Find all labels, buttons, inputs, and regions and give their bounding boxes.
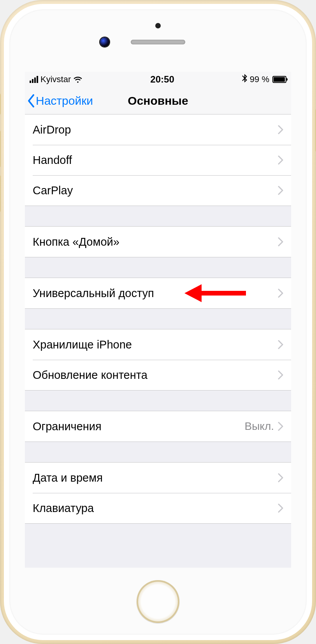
row-restrictions[interactable]: Ограничения Выкл. [25, 411, 291, 442]
row-label: Дата и время [33, 472, 278, 484]
group-spacer [25, 309, 291, 329]
group-home-button: Кнопка «Домой» [25, 226, 291, 257]
volume-down-button[interactable] [0, 175, 1, 212]
battery-icon [272, 76, 286, 83]
row-label: AirDrop [33, 123, 278, 136]
back-button[interactable]: Настройки [27, 87, 93, 114]
chevron-right-icon [278, 422, 283, 431]
group-storage: Хранилище iPhone Обновление контента [25, 329, 291, 391]
chevron-right-icon [278, 340, 283, 349]
group-datetime: Дата и время Клавиатура [25, 462, 291, 524]
row-home-button[interactable]: Кнопка «Домой» [25, 227, 291, 257]
carrier-label: Kyivstar [40, 74, 71, 84]
device-inner: Kyivstar 20:50 99 % [4, 4, 312, 640]
group-spacer [25, 206, 291, 226]
wifi-icon [73, 76, 83, 83]
row-label: Хранилище iPhone [33, 338, 278, 351]
row-background-refresh[interactable]: Обновление контента [25, 360, 291, 390]
row-label: Обновление контента [33, 369, 278, 382]
back-label: Настройки [36, 94, 93, 107]
chevron-right-icon [278, 503, 283, 513]
chevron-right-icon [278, 125, 283, 134]
row-keyboard[interactable]: Клавиатура [25, 493, 291, 523]
proximity-sensor [155, 23, 161, 28]
chevron-right-icon [278, 289, 283, 298]
chevron-left-icon [27, 94, 35, 107]
row-label: Кнопка «Домой» [33, 236, 278, 248]
status-right: 99 % [242, 74, 286, 85]
bluetooth-icon [242, 74, 248, 85]
clock: 20:50 [150, 74, 174, 85]
chevron-right-icon [278, 237, 283, 246]
home-button[interactable] [137, 580, 179, 623]
row-label: CarPlay [33, 184, 278, 197]
group-spacer [25, 391, 291, 411]
row-airdrop[interactable]: AirDrop [25, 114, 291, 145]
volume-up-button[interactable] [0, 130, 1, 167]
cellular-signal-icon [30, 76, 38, 83]
earpiece-speaker [131, 40, 185, 44]
group-restrictions: Ограничения Выкл. [25, 411, 291, 442]
row-handoff[interactable]: Handoff [25, 145, 291, 175]
chevron-right-icon [278, 370, 283, 380]
status-bar: Kyivstar 20:50 99 % [25, 72, 291, 87]
navigation-bar: Настройки Основные [25, 87, 291, 114]
group-accessibility: Универсальный доступ [25, 278, 291, 309]
device-bezel: Kyivstar 20:50 99 % [9, 9, 307, 635]
row-label: Универсальный доступ [33, 287, 278, 300]
row-date-time[interactable]: Дата и время [25, 463, 291, 493]
row-value: Выкл. [245, 420, 274, 433]
chevron-right-icon [278, 473, 283, 482]
group-spacer [25, 257, 291, 278]
chevron-right-icon [278, 186, 283, 195]
mute-switch[interactable] [0, 93, 1, 115]
row-accessibility[interactable]: Универсальный доступ [25, 278, 291, 308]
row-iphone-storage[interactable]: Хранилище iPhone [25, 329, 291, 360]
screen: Kyivstar 20:50 99 % [25, 72, 291, 568]
row-carplay[interactable]: CarPlay [25, 175, 291, 206]
group-connectivity: AirDrop Handoff CarPlay [25, 114, 291, 206]
page-title: Основные [128, 94, 188, 107]
group-spacer [25, 442, 291, 462]
chevron-right-icon [278, 155, 283, 165]
row-label: Handoff [33, 154, 278, 167]
settings-list[interactable]: AirDrop Handoff CarPlay [25, 114, 291, 524]
row-label: Клавиатура [33, 502, 278, 515]
status-left: Kyivstar [30, 74, 83, 84]
front-camera [100, 37, 109, 47]
battery-percent: 99 % [250, 74, 269, 84]
device-frame: Kyivstar 20:50 99 % [0, 0, 316, 644]
row-label: Ограничения [33, 420, 245, 433]
